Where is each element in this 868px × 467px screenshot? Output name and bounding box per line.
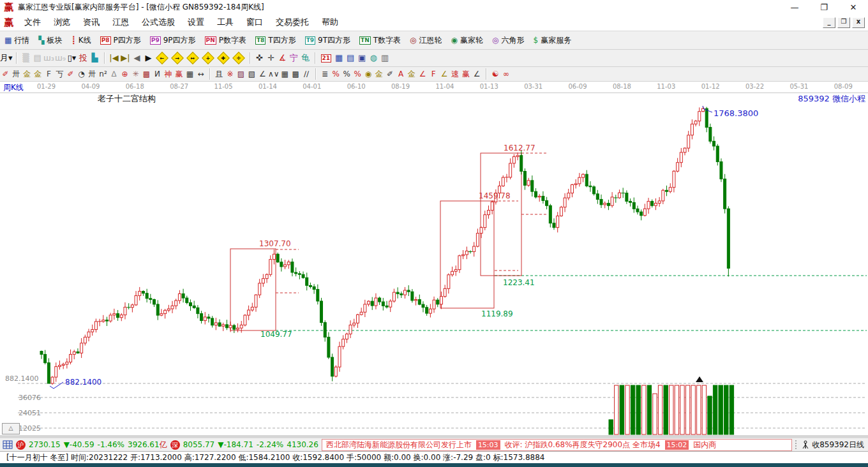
menu-item-江恩[interactable]: 江恩 — [106, 17, 135, 28]
toolbar-winner-wheel-button[interactable]: ◉赢家轮 — [447, 35, 488, 46]
diamond-left-icon[interactable]: ← — [156, 52, 168, 64]
shenzhen-index-icon[interactable]: 深 — [170, 440, 180, 450]
toolbar-hexagon-button[interactable]: ◎六角形 — [488, 35, 528, 46]
f-angle-icon[interactable]: F — [428, 68, 439, 80]
gold-grid-icon[interactable]: 金 — [22, 68, 33, 80]
yinyang-icon[interactable]: ☯ — [490, 68, 501, 80]
shaded-box-icon[interactable]: ▨ — [236, 68, 246, 80]
candlestick-chart[interactable]: 882.14003607624051120251768.38001612.771… — [0, 93, 868, 438]
disabled-list-icon[interactable]: ▤ — [32, 52, 43, 64]
turtle-tool-icon[interactable]: 龟 — [300, 52, 311, 64]
circle-degree-icon[interactable]: ◔ — [76, 68, 87, 80]
disabled-bars3-icon[interactable]: ш₃ — [43, 52, 55, 64]
gold-angle-icon[interactable]: 金 — [407, 68, 417, 80]
ticker-time-badge[interactable]: 15:02 — [665, 440, 689, 450]
percent-retrace-icon[interactable]: % — [331, 68, 341, 80]
gann-circle-icon[interactable]: ⊕ — [119, 68, 130, 80]
calendar-icon[interactable]: 21 — [321, 54, 332, 63]
diamond-plus-icon[interactable]: + — [202, 52, 214, 64]
time-grid-icon[interactable]: 卅 — [87, 68, 98, 80]
star-web-icon[interactable]: ✳ — [130, 68, 141, 80]
news-ticker[interactable]: 西北部湾陆海新能源股份有限公司发行上市15:03收评: 沪指跌0.68%再度失守… — [322, 439, 792, 451]
percent-line-icon[interactable]: % — [352, 68, 363, 80]
mark-pen-icon[interactable]: ✐ — [385, 68, 396, 80]
purple-tool-icon[interactable]: 宁 — [288, 52, 300, 64]
mdi-restore-button[interactable]: ❐ — [837, 17, 850, 28]
volume-pane-toggle-button[interactable]: △ — [2, 423, 20, 434]
diamond-expand-icon[interactable]: ✚ — [217, 52, 230, 64]
pan-hand-icon[interactable]: ✜ — [254, 52, 266, 64]
ray-fan-icon[interactable]: ※ — [225, 68, 236, 80]
report-icon[interactable]: 投 — [78, 52, 89, 64]
shade-grid-icon[interactable]: ▩ — [141, 68, 152, 80]
parallel-lines-icon[interactable]: ∕∕ — [301, 68, 312, 80]
diamond-right-icon[interactable]: → — [171, 52, 184, 64]
triangle-tool-icon[interactable]: ∆ — [108, 68, 119, 80]
print-icon[interactable]: ▥ — [379, 52, 391, 64]
angle-lines-icon[interactable]: ∠ — [257, 68, 268, 80]
menu-item-交易委托[interactable]: 交易委托 — [269, 17, 315, 28]
restore-button[interactable]: ❐ — [809, 3, 839, 12]
toolbar-winner-service-button[interactable]: $赢家服务 — [529, 35, 576, 46]
j-angle-icon[interactable]: ∠ — [417, 68, 428, 80]
misc-angle-icon[interactable]: ∠ — [472, 68, 483, 80]
win-grid-icon[interactable]: 赢 — [174, 68, 184, 80]
angle-measure-icon[interactable]: ∡ — [277, 52, 288, 64]
shen-grid-icon[interactable]: 神 — [163, 68, 174, 80]
range-arrows-icon[interactable]: ↔ — [195, 68, 206, 80]
gold-grid2-icon[interactable]: 金 — [33, 68, 43, 80]
toolbar-p-square-button[interactable]: P8P四方形 — [96, 35, 146, 46]
number-grid-icon[interactable]: ▦ — [184, 68, 195, 80]
prev-bar-icon[interactable]: ◀ — [131, 52, 143, 64]
colored-chart-icon[interactable]: ▙ — [89, 52, 101, 64]
last-bar-icon[interactable]: ▶| — [120, 52, 131, 64]
zigzag-tool-icon[interactable]: И — [152, 68, 163, 80]
chart-area[interactable]: 882.14003607624051120251768.38001612.771… — [0, 93, 868, 438]
infinity-icon[interactable]: ∞ — [501, 68, 512, 80]
matrix-icon[interactable]: ▦ — [280, 68, 290, 80]
toolbar-gann-wheel-button[interactable]: ◎江恩轮 — [405, 35, 446, 46]
win-angle-icon[interactable]: 赢 — [461, 68, 472, 80]
crosshair-icon[interactable]: ✛ — [266, 52, 277, 64]
hatch-box-icon[interactable]: ▧ — [246, 68, 257, 80]
ticker-time-badge[interactable]: 15:03 — [476, 440, 500, 450]
diamond-both-icon[interactable]: ↔ — [186, 52, 199, 64]
menu-item-帮助[interactable]: 帮助 — [315, 17, 345, 28]
first-bar-icon[interactable]: |◀ — [108, 52, 120, 64]
draw-pen-icon[interactable]: ✐ — [0, 68, 11, 80]
toolbar-t-square-button[interactable]: T8T四方形 — [251, 35, 301, 46]
close-button[interactable]: ✕ — [839, 3, 868, 12]
levels-list-icon[interactable]: ≣ — [320, 68, 331, 80]
brush-icon[interactable]: ✐ — [65, 68, 76, 80]
menu-item-工具[interactable]: 工具 — [211, 17, 240, 28]
column-tool-icon[interactable]: 且 — [214, 68, 225, 80]
dense-grid-icon[interactable]: ▩ — [290, 68, 301, 80]
menu-item-窗口[interactable]: 窗口 — [240, 17, 269, 28]
toolbar-quotes-button[interactable]: ▦行情 — [0, 35, 34, 46]
gold-circle-icon[interactable]: ◉ — [363, 68, 374, 80]
grid-lines-icon[interactable]: 卅 — [11, 68, 22, 80]
shanghai-index-icon[interactable]: 沪 — [16, 440, 26, 450]
disabled-overlay-icon[interactable]: ▒ — [20, 52, 32, 64]
diamond-cross-icon[interactable]: ✛ — [232, 52, 245, 64]
disabled-bars9-icon[interactable]: ш₉ — [55, 52, 66, 64]
toolbar-9t-square-button[interactable]: T99T四方形 — [301, 35, 355, 46]
data-globe-icon[interactable]: ◍ — [368, 52, 379, 64]
ticker-splitter[interactable] — [795, 440, 798, 449]
square-number-icon[interactable]: n² — [98, 68, 108, 80]
menu-item-公式选股[interactable]: 公式选股 — [135, 17, 181, 28]
wave-tool-icon[interactable]: ∧∨ — [268, 68, 280, 80]
gold-levels-icon[interactable]: 金 — [374, 68, 385, 80]
mdi-minimize-button[interactable]: _ — [823, 17, 835, 28]
period-month-dropdown[interactable]: 月▾ — [0, 52, 13, 64]
save-icon[interactable]: ▣ — [356, 52, 368, 64]
toolbar-p-number-table-button[interactable]: PNP数字表 — [200, 35, 251, 46]
candle-style-dropdown[interactable]: ▯▾ — [66, 52, 78, 64]
menu-item-资讯[interactable]: 资讯 — [77, 17, 106, 28]
spiral-icon[interactable]: 丂 — [54, 68, 65, 80]
gold-slope-icon[interactable]: ∠ — [439, 68, 450, 80]
menu-item-浏览[interactable]: 浏览 — [47, 17, 77, 28]
toolbar-9p-square-button[interactable]: P99P四方形 — [146, 35, 200, 46]
notes-icon[interactable]: ▤ — [345, 52, 356, 64]
fibonacci-grid-icon[interactable]: F — [43, 68, 54, 80]
